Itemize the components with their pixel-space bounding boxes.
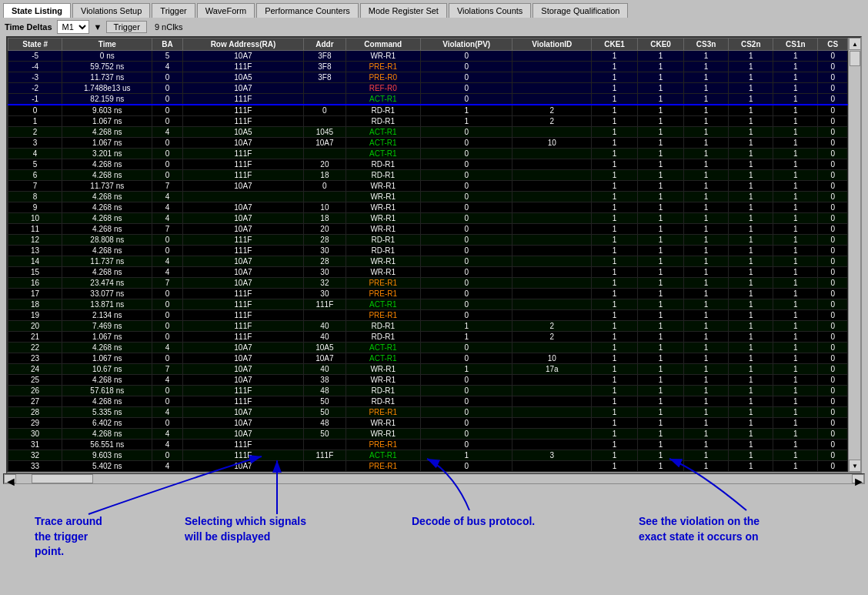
tab-state-listing[interactable]: State Listing [3, 3, 71, 18]
table-row: 304.268 ns410A750WR-R10111110 [8, 429, 848, 440]
hscroll-bar[interactable]: ◄ ► [3, 473, 865, 484]
col-row-addr: Row Address(RA) [182, 38, 303, 51]
annotation-text-4: See the violation on theexact state it o… [639, 514, 760, 544]
hscroll-right[interactable]: ► [852, 474, 864, 483]
table-row: 11.067 ns0111FRD-R112111110 [8, 116, 848, 127]
table-row: 2657.618 ns0111F48RD-R10111110 [8, 386, 848, 396]
col-cke0: CKE0 [638, 38, 684, 51]
table-row: 296.402 ns010A748WR-R10111110 [8, 418, 848, 429]
scrollbar-down[interactable]: ▼ [849, 460, 861, 472]
tab-performance-counters[interactable]: Performance Counters [256, 3, 359, 18]
trigger-button[interactable]: Trigger [106, 21, 146, 33]
scrollbar-thumb[interactable] [850, 51, 860, 66]
scrollbar-up[interactable]: ▲ [849, 38, 861, 50]
table-row: 54.268 ns0111F20RD-R10111110 [8, 159, 848, 170]
table-row: 342.134 ns710E410E4ACT-R10111110 [8, 472, 848, 473]
table-row: 134.268 ns0111F30RD-R10111110 [8, 246, 848, 256]
table-row: 1411.737 ns410A728WR-R10111110 [8, 256, 848, 267]
col-violationid: ViolationID [512, 38, 592, 51]
m1-select[interactable]: M1 [57, 20, 89, 34]
col-cs2n: CS2n [729, 38, 773, 51]
table-row: 274.268 ns0111F50RD-R10111110 [8, 396, 848, 407]
table-row: 114.268 ns710A720WR-R10111110 [8, 224, 848, 235]
col-state: State # [8, 38, 62, 51]
table-row: 231.067 ns010A710A7ACT-R1010111110 [8, 353, 848, 364]
table-row: 09.603 ns0111F0RD-R112111110 [8, 105, 848, 116]
state-table: State # Time BA Row Address(RA) Addr Com… [8, 38, 848, 472]
tab-violations-counts[interactable]: Violations Counts [449, 3, 531, 18]
table-row: 154.268 ns410A730WR-R10111110 [8, 267, 848, 278]
table-row: 43.201 ns0111FACT-R10111110 [8, 149, 848, 159]
col-ba: BA [152, 38, 182, 51]
scrollbar-track[interactable]: ▲ ▼ [848, 38, 860, 472]
table-row: -459.752 ns4111F3F8PRE-R10111110 [8, 62, 848, 72]
table-wrapper[interactable]: State # Time BA Row Address(RA) Addr Com… [6, 36, 862, 473]
table-row: 192.134 ns0111FPRE-R10111110 [8, 310, 848, 321]
table-row: -311.737 ns010A53F8PRE-R00111110 [8, 72, 848, 83]
table-row: 335.402 ns410A7PRE-R10111110 [8, 461, 848, 472]
col-cs3n: CS3n [684, 38, 729, 51]
tab-violations-setup[interactable]: Violations Setup [72, 3, 150, 18]
hscroll-thumb[interactable] [32, 474, 93, 483]
col-cs1n: CS1n [773, 38, 818, 51]
table-row: 224.268 ns410A710A5ACT-R10111110 [8, 343, 848, 353]
table-row: 84.268 ns4WR-R10111110 [8, 192, 848, 202]
annotation-text-1: Trace aroundthe triggerpoint. [35, 514, 102, 560]
col-command: Command [346, 38, 420, 51]
annotation-text-2: Selecting which signalswill be displayed [185, 514, 306, 544]
table-row: 254.268 ns410A738WR-R10111110 [8, 375, 848, 386]
col-violation: Violation(PV) [420, 38, 512, 51]
table-row: 1623.474 ns710A732PRE-R10111110 [8, 278, 848, 289]
table-row: -50 ns510A73F8WR-R10111110 [8, 51, 848, 62]
table-row: 2410.67 ns710A740WR-R1117a111110 [8, 364, 848, 375]
table-row: 31.067 ns010A710A7ACT-R1010111110 [8, 138, 848, 149]
time-deltas-label: Time Deltas [5, 22, 52, 32]
tab-bar: State Listing Violations Setup Trigger W… [0, 0, 868, 18]
table-row: 94.268 ns410A710WR-R10111110 [8, 202, 848, 213]
tab-waveform[interactable]: WaveForm [197, 3, 255, 18]
table-row: 1813.871 ns0111F111FACT-R10111110 [8, 299, 848, 310]
table-row: 24.268 ns410A51045ACT-R10111110 [8, 127, 848, 138]
tab-trigger[interactable]: Trigger [152, 3, 195, 18]
table-row: 211.067 ns0111F40RD-R112111110 [8, 332, 848, 343]
main-container: State Listing Violations Setup Trigger W… [0, 0, 868, 595]
col-addr: Addr [304, 38, 346, 51]
table-row: 329.603 ns0111F111FACT-R113111110 [8, 450, 848, 461]
tab-storage-qualification[interactable]: Storage Qualification [532, 3, 628, 18]
table-row: 104.268 ns410A718WR-R10111110 [8, 213, 848, 224]
table-row: 207.469 ns0111F40RD-R112111110 [8, 321, 848, 332]
table-row: -21.7488e13 us010A7REF-R00111110 [8, 83, 848, 94]
col-cke1: CKE1 [592, 38, 638, 51]
annotation-text-3: Decode of bus protocol. [412, 514, 535, 530]
tab-mode-register-set[interactable]: Mode Register Set [360, 3, 447, 18]
col-cs: CS [818, 38, 848, 51]
hscroll-left[interactable]: ◄ [4, 474, 16, 483]
table-row: 711.737 ns710A70WR-R10111110 [8, 181, 848, 192]
table-row: 285.335 ns410A750PRE-R10111110 [8, 407, 848, 418]
table-row: 3156.551 ns4111FPRE-R10111110 [8, 440, 848, 450]
table-row: 64.268 ns0111F18RD-R10111110 [8, 170, 848, 181]
toolbar: Time Deltas M1 ▼ Trigger 9 nClks [0, 18, 868, 36]
table-row: 1228.808 ns0111F28RD-R10111110 [8, 235, 848, 246]
col-time: Time [62, 38, 152, 51]
nclks-info: 9 nClks [155, 22, 183, 32]
table-row: 1733.077 ns0111F30PRE-R10111110 [8, 289, 848, 299]
table-row: -182.159 ns0111FACT-R10111110 [8, 94, 848, 105]
